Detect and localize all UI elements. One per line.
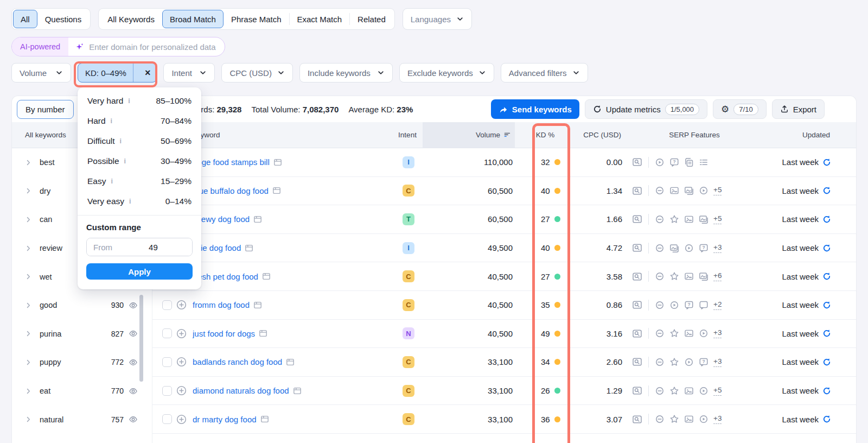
eye-icon[interactable] <box>129 415 138 424</box>
serp-preview-icon[interactable] <box>632 271 642 282</box>
keyword-link[interactable]: diamond naturals dog food <box>193 386 289 395</box>
domain-input[interactable]: Enter domain for personalized data <box>68 37 224 56</box>
kd-from-input[interactable] <box>87 238 142 256</box>
refresh-keyword-icon[interactable] <box>822 329 831 338</box>
column-header-intent[interactable]: Intent <box>392 122 423 148</box>
tab-all[interactable]: All <box>13 10 37 28</box>
column-header-keyword[interactable]: Keyword <box>192 122 392 148</box>
column-header-kd[interactable]: KD % <box>515 122 576 148</box>
serp-preview-icon[interactable] <box>632 214 642 224</box>
serp-page-icon[interactable] <box>273 158 282 167</box>
serp-page-icon[interactable] <box>272 186 281 195</box>
sidebar-item-purina[interactable]: purina827 <box>12 320 152 349</box>
refresh-keyword-icon[interactable] <box>822 301 831 309</box>
filter-chip-kd-0-49%[interactable]: KD: 0–49%× <box>78 63 157 83</box>
serp-preview-icon[interactable] <box>632 243 642 253</box>
eye-icon[interactable] <box>129 301 138 310</box>
serp-more-button[interactable]: +3 <box>713 243 722 253</box>
kd-range-option-hard[interactable]: Hardi70–84% <box>78 111 201 131</box>
settings-button[interactable]: ⚙ 7/10 <box>713 99 767 119</box>
filter-chip-cpc-usd[interactable]: CPC (USD) <box>221 63 293 83</box>
sidebar-scrollbar[interactable] <box>139 295 143 382</box>
keyword-link[interactable]: blue buffalo dog food <box>193 186 269 195</box>
sidebar-item-good[interactable]: good930 <box>12 291 152 320</box>
serp-more-button[interactable]: +2 <box>713 300 722 310</box>
serp-preview-icon[interactable] <box>632 157 642 167</box>
serp-page-icon[interactable] <box>260 415 269 423</box>
filter-chip-advanced-filters[interactable]: Advanced filters <box>501 63 588 83</box>
refresh-keyword-icon[interactable] <box>822 358 831 366</box>
serp-page-icon[interactable] <box>293 387 302 395</box>
tab-phrase-match[interactable]: Phrase Match <box>224 10 289 28</box>
serp-preview-icon[interactable] <box>632 414 642 425</box>
column-header-serp-features[interactable]: SERP Features <box>627 122 762 148</box>
sidebar-item-natural[interactable]: natural757 <box>12 405 152 434</box>
refresh-keyword-icon[interactable] <box>822 186 831 195</box>
kd-range-option-possible[interactable]: Possiblei30–49% <box>78 151 201 171</box>
refresh-keyword-icon[interactable] <box>822 415 831 423</box>
serp-page-icon[interactable] <box>253 215 262 224</box>
add-keyword-icon[interactable] <box>176 300 187 310</box>
serp-more-button[interactable]: +3 <box>713 357 722 367</box>
keyword-link[interactable]: dr marty dog food <box>193 415 257 424</box>
apply-button[interactable]: Apply <box>86 263 193 280</box>
eye-icon[interactable] <box>129 387 138 396</box>
kd-range-option-difficult[interactable]: Difficulti50–69% <box>78 131 201 151</box>
filter-chip-intent[interactable]: Intent <box>163 63 215 83</box>
keyword-link[interactable]: fromm dog food <box>193 300 250 309</box>
kd-range-option-very-hard[interactable]: Very hardi85–100% <box>78 91 201 111</box>
serp-preview-icon[interactable] <box>632 328 642 339</box>
row-checkbox[interactable] <box>162 328 172 338</box>
kd-to-input[interactable] <box>142 238 192 256</box>
serp-more-button[interactable]: +5 <box>713 386 722 396</box>
row-checkbox[interactable] <box>162 300 172 310</box>
row-checkbox[interactable] <box>162 386 172 396</box>
tab-exact-match[interactable]: Exact Match <box>290 10 350 28</box>
serp-more-button[interactable]: +3 <box>713 328 722 338</box>
serp-more-button[interactable]: +3 <box>713 414 722 424</box>
filter-chip-include-keywords[interactable]: Include keywords <box>299 63 393 83</box>
refresh-keyword-icon[interactable] <box>822 387 831 395</box>
keyword-link[interactable]: fresh pet dog food <box>193 272 258 281</box>
filter-chip-exclude-keywords[interactable]: Exclude keywords <box>399 63 494 83</box>
update-metrics-button[interactable]: Update metrics 1/5,000 <box>585 99 707 119</box>
serp-more-button[interactable]: +5 <box>713 186 722 195</box>
by-number-toggle[interactable]: By number <box>17 100 74 119</box>
serp-preview-icon[interactable] <box>632 385 642 396</box>
serp-page-icon[interactable] <box>286 358 295 366</box>
refresh-keyword-icon[interactable] <box>822 158 831 167</box>
tab-questions[interactable]: Questions <box>37 10 90 28</box>
row-checkbox[interactable] <box>162 357 172 367</box>
keyword-link[interactable]: just food for dogs <box>193 329 255 338</box>
keyword-link[interactable]: badlands ranch dog food <box>193 357 282 366</box>
column-header-volume[interactable]: Volume <box>423 122 515 148</box>
add-keyword-icon[interactable] <box>176 328 187 339</box>
kd-range-option-very-easy[interactable]: Very easyi0–14% <box>78 191 201 211</box>
tab-all-keywords[interactable]: All Keywords <box>100 10 162 28</box>
sidebar-item-puppy[interactable]: puppy772 <box>12 348 152 377</box>
send-keywords-button[interactable]: Send keywords <box>491 99 579 119</box>
serp-page-icon[interactable] <box>259 329 267 338</box>
serp-more-button[interactable]: +6 <box>713 271 722 281</box>
column-header-updated[interactable]: Updated <box>762 122 856 148</box>
serp-page-icon[interactable] <box>253 301 262 309</box>
languages-dropdown[interactable]: Languages <box>403 8 472 30</box>
refresh-keyword-icon[interactable] <box>822 272 831 281</box>
add-keyword-icon[interactable] <box>176 357 187 367</box>
serp-page-icon[interactable] <box>245 244 253 252</box>
row-checkbox[interactable] <box>162 414 172 424</box>
refresh-keyword-icon[interactable] <box>822 215 831 224</box>
filter-chip-volume[interactable]: Volume <box>11 63 71 83</box>
tab-broad-match[interactable]: Broad Match <box>162 10 224 28</box>
export-button[interactable]: Export <box>772 99 825 119</box>
serp-preview-icon[interactable] <box>632 357 642 367</box>
refresh-keyword-icon[interactable] <box>822 244 831 252</box>
tab-related[interactable]: Related <box>350 10 393 28</box>
keyword-link[interactable]: doge food stamps bill <box>193 157 270 167</box>
sidebar-item-eat[interactable]: eat770 <box>12 377 152 406</box>
serp-more-button[interactable]: +5 <box>713 214 722 224</box>
eye-icon[interactable] <box>129 358 138 367</box>
add-keyword-icon[interactable] <box>176 385 187 396</box>
serp-preview-icon[interactable] <box>632 186 642 196</box>
serp-preview-icon[interactable] <box>632 300 642 310</box>
